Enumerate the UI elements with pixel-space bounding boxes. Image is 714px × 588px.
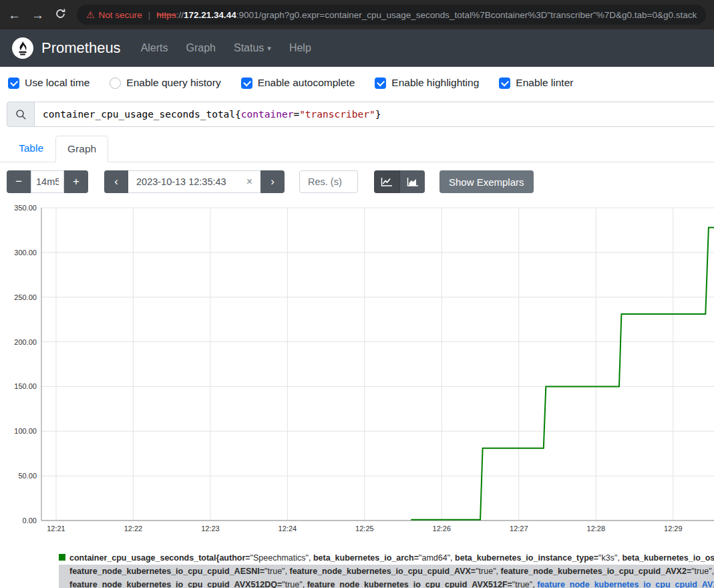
x-tick-label: 12:23 bbox=[201, 525, 220, 533]
reload-icon[interactable] bbox=[55, 8, 66, 21]
legend-text-segment: beta_kubernetes_io_os= bbox=[622, 553, 714, 563]
checkbox-checked-icon[interactable] bbox=[375, 78, 386, 89]
legend-text-segment: "true" bbox=[282, 580, 302, 588]
graph-svg[interactable]: 0.0050.00100.00150.00200.00250.00300.003… bbox=[0, 201, 714, 535]
not-secure-label: Not secure bbox=[99, 10, 142, 20]
y-tick-label: 0.00 bbox=[23, 517, 37, 525]
query-input[interactable]: container_cpu_usage_seconds_total{contai… bbox=[35, 102, 714, 127]
back-icon[interactable]: ← bbox=[8, 9, 21, 21]
duration-input[interactable] bbox=[31, 170, 64, 193]
query-token-string: "transcriber" bbox=[299, 109, 375, 120]
url-scheme: https bbox=[156, 10, 176, 20]
legend-text-segment: , bbox=[309, 553, 313, 563]
chart-type-toggle-group bbox=[374, 170, 425, 193]
legend-text-segment: beta_kubernetes_io_instance_type= bbox=[455, 553, 598, 563]
y-tick-label: 300.00 bbox=[14, 249, 37, 257]
show-exemplars-button[interactable]: Show Exemplars bbox=[439, 170, 534, 193]
query-search-addon bbox=[7, 102, 35, 127]
url-path: :9001/graph?g0.expr=container_cpu_usage_… bbox=[236, 10, 697, 20]
tab-graph[interactable]: Graph bbox=[55, 136, 108, 162]
x-tick-label: 12:26 bbox=[433, 525, 452, 533]
y-tick-label: 350.00 bbox=[14, 204, 37, 212]
duration-increase-button[interactable]: + bbox=[64, 170, 88, 193]
legend-text-segment: "amd64" bbox=[419, 553, 450, 563]
prometheus-navbar: Prometheus Alerts Graph Status ▾ Help bbox=[0, 29, 714, 67]
y-tick-label: 150.00 bbox=[14, 382, 37, 390]
search-icon bbox=[15, 109, 27, 120]
option-label: Enable autocomplete bbox=[258, 77, 355, 89]
query-token-punct: { bbox=[235, 109, 241, 120]
legend-text-segment: feature_node_kubernetes_io_cpu_cpuid_AVX… bbox=[537, 580, 714, 588]
stacked-chart-toggle-button[interactable] bbox=[399, 170, 425, 193]
graph-panel[interactable]: 0.0050.00100.00150.00200.00250.00300.003… bbox=[0, 201, 714, 538]
duration-group: − + bbox=[7, 170, 88, 193]
chevron-down-icon: ▾ bbox=[267, 44, 271, 53]
datetime-group: ‹ 2023-10-13 12:35:43 × › bbox=[104, 170, 285, 193]
tab-table[interactable]: Table bbox=[7, 135, 55, 162]
legend-text-segment: beta_kubernetes_io_arch= bbox=[313, 553, 419, 563]
legend: container_cpu_usage_seconds_total{author… bbox=[59, 551, 714, 588]
resolution-input[interactable] bbox=[299, 170, 358, 193]
query-token-label: container bbox=[241, 109, 294, 120]
legend-text-segment: feature_node_kubernetes_io_cpu_cpuid_AES… bbox=[69, 567, 264, 576]
clear-datetime-icon[interactable]: × bbox=[246, 176, 252, 188]
datetime-input[interactable]: 2023-10-13 12:35:43 × bbox=[128, 170, 260, 193]
query-token-punct: = bbox=[293, 109, 299, 120]
legend-text-segment: , bbox=[712, 567, 714, 576]
legend-text-segment: "true" bbox=[264, 567, 285, 576]
checkbox-unchecked-icon[interactable] bbox=[110, 78, 121, 89]
browser-toolbar: ← → ⚠ Not secure | https :// 172.21.34.4… bbox=[0, 0, 714, 29]
duration-decrease-button[interactable]: − bbox=[7, 170, 31, 193]
legend-line: feature_node_kubernetes_io_cpu_cpuid_AES… bbox=[59, 565, 714, 578]
nav-graph[interactable]: Graph bbox=[186, 42, 216, 54]
option-enable-query-history[interactable]: Enable query history bbox=[110, 77, 220, 89]
checkbox-checked-icon[interactable] bbox=[499, 78, 510, 89]
line-chart-toggle-button[interactable] bbox=[374, 170, 399, 193]
graph-controls: − + ‹ 2023-10-13 12:35:43 × › Show Exemp… bbox=[7, 170, 707, 193]
y-tick-label: 200.00 bbox=[14, 338, 37, 346]
brand-title[interactable]: Prometheus bbox=[41, 39, 121, 57]
time-forward-button[interactable]: › bbox=[260, 170, 285, 193]
legend-text-segment: container_cpu_usage_seconds_total{ bbox=[69, 553, 219, 563]
prometheus-logo-icon[interactable] bbox=[12, 37, 33, 59]
x-tick-label: 12:29 bbox=[664, 525, 683, 533]
x-tick-label: 12:28 bbox=[587, 525, 606, 533]
x-tick-label: 12:27 bbox=[510, 525, 528, 533]
legend-text-segment: feature_node_kubernetes_io_cpu_cpuid_AVX… bbox=[69, 580, 282, 588]
x-tick-label: 12:25 bbox=[355, 525, 374, 533]
legend-swatch[interactable] bbox=[59, 554, 65, 561]
forward-icon[interactable]: → bbox=[31, 9, 44, 21]
y-tick-label: 250.00 bbox=[14, 293, 37, 301]
warning-icon: ⚠ bbox=[86, 9, 95, 20]
option-enable-autocomplete[interactable]: Enable autocomplete bbox=[241, 77, 355, 89]
option-label: Enable linter bbox=[516, 77, 573, 89]
legend-text-segment: , bbox=[303, 580, 307, 588]
option-label: Use local time bbox=[25, 77, 90, 89]
checkbox-checked-icon[interactable] bbox=[241, 78, 252, 89]
url-bar[interactable]: ⚠ Not secure | https :// 172.21.34.44 :9… bbox=[77, 5, 706, 25]
checkbox-checked-icon[interactable] bbox=[8, 78, 19, 89]
time-back-button[interactable]: ‹ bbox=[104, 170, 128, 193]
query-token-punct: } bbox=[375, 109, 381, 120]
url-scheme-separator: :// bbox=[176, 10, 184, 20]
legend-text-segment: feature_node_kubernetes_io_cpu_cpuid_AVX… bbox=[501, 567, 692, 576]
legend-text-segment: "true" bbox=[691, 567, 711, 576]
legend-text-segment: "true" bbox=[512, 580, 532, 588]
nav-status[interactable]: Status ▾ bbox=[234, 42, 271, 54]
option-enable-linter[interactable]: Enable linter bbox=[499, 77, 573, 89]
url-divider: | bbox=[148, 10, 151, 20]
legend-line: feature_node_kubernetes_io_cpu_cpuid_AVX… bbox=[59, 578, 714, 588]
option-enable-highlighting[interactable]: Enable highlighting bbox=[375, 77, 479, 89]
legend-text-segment: feature_node_kubernetes_io_cpu_cpuid_AVX… bbox=[289, 567, 476, 576]
legend-text-segment: "true" bbox=[476, 567, 496, 576]
nav-help[interactable]: Help bbox=[289, 42, 311, 54]
option-use-local-time[interactable]: Use local time bbox=[8, 77, 90, 89]
nav-status-label: Status bbox=[234, 42, 264, 54]
datetime-value: 2023-10-13 12:35:43 bbox=[136, 176, 226, 187]
url-host: 172.21.34.44 bbox=[184, 10, 236, 20]
nav-alerts[interactable]: Alerts bbox=[141, 42, 168, 54]
legend-text-segment: feature_node_kubernetes_io_cpu_cpuid_AVX… bbox=[307, 580, 512, 588]
y-tick-label: 50.00 bbox=[18, 472, 37, 480]
line-chart-icon bbox=[381, 177, 393, 187]
stacked-chart-icon bbox=[407, 177, 419, 187]
